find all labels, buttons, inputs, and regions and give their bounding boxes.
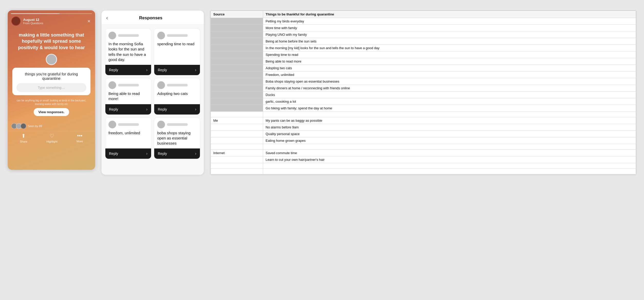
response-text: Adopting two cats	[157, 91, 197, 96]
item-cell: Eating home grown grapes	[263, 137, 636, 144]
response-user-row	[157, 32, 197, 39]
highlight-label: Highlight	[47, 140, 58, 143]
source-cell	[211, 45, 263, 51]
table-row: Freedom, unlimited	[211, 72, 636, 78]
reply-label: Reply	[109, 107, 118, 111]
story-date: August 12	[23, 18, 84, 22]
response-avatar	[157, 81, 165, 89]
responses-panel: ‹ Responses In the morning Sofia looks f…	[101, 10, 204, 175]
response-user-row	[108, 32, 148, 39]
reply-button[interactable]: Reply ›	[154, 65, 200, 75]
item-cell: garlic, coooking a lot	[263, 98, 636, 105]
table-row: MeMy pants can be as baggy as possible	[211, 117, 636, 124]
response-text: In the morning Sofia looks for the sun a…	[108, 41, 148, 62]
table-row: Family dinners at home / reconnecting wi…	[211, 85, 636, 92]
response-user-row	[157, 81, 197, 89]
item-cell	[263, 112, 636, 117]
reply-button[interactable]: Reply ›	[154, 104, 200, 114]
item-cell: Being able to read more	[263, 58, 636, 65]
share-icon: ⬆	[21, 133, 26, 139]
more-icon: •••	[77, 133, 82, 139]
response-card: boba shops staying open as essential bus…	[154, 117, 200, 159]
item-cell: Adopting two cats	[263, 65, 636, 72]
response-card-body: In the morning Sofia looks for the sun a…	[105, 29, 151, 65]
response-avatar	[108, 81, 116, 89]
response-card-body: boba shops staying open as essential bus…	[154, 118, 200, 149]
reply-button[interactable]: Reply ›	[105, 65, 151, 75]
more-button[interactable]: ••• More	[77, 133, 83, 143]
response-card: Adopting two cats Reply ›	[154, 78, 200, 115]
table-row: Adopting two cats	[211, 65, 636, 72]
reply-button[interactable]: Reply ›	[105, 104, 151, 114]
response-avatar	[157, 121, 165, 128]
response-user-row	[157, 121, 197, 128]
table-row	[211, 112, 636, 117]
table-row: Eating home grown grapes	[211, 137, 636, 144]
table-row: Being at home before the sun sets	[211, 38, 636, 45]
highlight-icon: ♡	[50, 133, 54, 139]
source-cell	[211, 65, 263, 72]
item-cell: Freedom, unlimited	[263, 72, 636, 78]
item-cell: No alarms before 9am	[263, 124, 636, 131]
table-row: Quality personal space	[211, 131, 636, 137]
table-row	[211, 163, 636, 169]
share-label: Share	[20, 140, 27, 143]
source-cell	[211, 31, 263, 38]
response-avatar	[157, 32, 165, 39]
reply-button[interactable]: Reply ›	[154, 148, 200, 159]
source-cell	[211, 38, 263, 45]
source-cell	[211, 78, 263, 85]
item-cell: Family dinners at home / reconnecting wi…	[263, 85, 636, 92]
story-card: things you're grateful for during quaran…	[12, 68, 90, 95]
chevron-right-icon: ›	[195, 151, 196, 156]
table-row: Being able to read more	[211, 58, 636, 65]
source-cell	[211, 72, 263, 78]
table-row: garlic, coooking a lot	[211, 98, 636, 105]
table-row	[211, 169, 636, 174]
response-user-row	[108, 81, 148, 89]
source-cell	[211, 124, 263, 131]
story-action-bar: ⬆ Share ♡ Highlight ••• More	[8, 131, 95, 147]
table-row: Ducks	[211, 92, 636, 98]
item-cell: Spending time to read	[263, 51, 636, 58]
source-cell	[211, 58, 263, 65]
source-cell	[211, 169, 263, 174]
table-header-row: Source Things to be thankful for during …	[211, 11, 636, 18]
table-row: Spending time to read	[211, 51, 636, 58]
source-cell	[211, 156, 263, 163]
item-cell: My pants can be as baggy as possible	[263, 117, 636, 124]
response-card: freedom, unlimited Reply ›	[105, 117, 151, 159]
story-header: August 12 From Questions ×	[8, 10, 95, 28]
share-button[interactable]: ⬆ Share	[20, 133, 27, 143]
story-main-text: making a little something that hopefully…	[8, 28, 95, 54]
response-card-body: Being able to read more!	[105, 78, 151, 104]
story-from: From Questions	[23, 22, 84, 25]
reply-button[interactable]: Reply ›	[105, 148, 151, 159]
response-text: spending time to read	[157, 41, 197, 47]
responses-header: ‹ Responses	[102, 11, 204, 25]
source-cell	[211, 144, 263, 150]
progress-bar	[11, 13, 92, 14]
table-row: Learn to cut your own hair/partner's hai…	[211, 156, 636, 163]
view-responses-button[interactable]: View responses.	[34, 108, 69, 116]
item-cell: Being at home before the sun sets	[263, 38, 636, 45]
response-name-bar	[118, 34, 139, 37]
item-cell	[263, 163, 636, 169]
response-name-bar	[118, 84, 139, 86]
more-label: More	[77, 140, 83, 143]
story-profile-pic	[46, 54, 57, 65]
seen-count: Seen by 89	[28, 125, 42, 128]
response-name-bar	[167, 123, 188, 126]
story-input[interactable]: Type something....	[16, 83, 86, 92]
response-avatar	[108, 121, 116, 128]
table-row: Boba shops staying open as essential bus…	[211, 78, 636, 85]
response-card-body: freedom, unlimited	[105, 118, 151, 149]
reply-label: Reply	[109, 152, 118, 156]
highlight-button[interactable]: ♡ Highlight	[47, 133, 58, 143]
source-cell	[211, 51, 263, 58]
story-footer-text: can be anything big or small: looking at…	[8, 95, 95, 108]
item-cell: More time with family	[263, 25, 636, 31]
back-button[interactable]: ‹	[106, 15, 108, 21]
reply-label: Reply	[158, 68, 167, 72]
close-icon[interactable]: ×	[86, 17, 91, 25]
